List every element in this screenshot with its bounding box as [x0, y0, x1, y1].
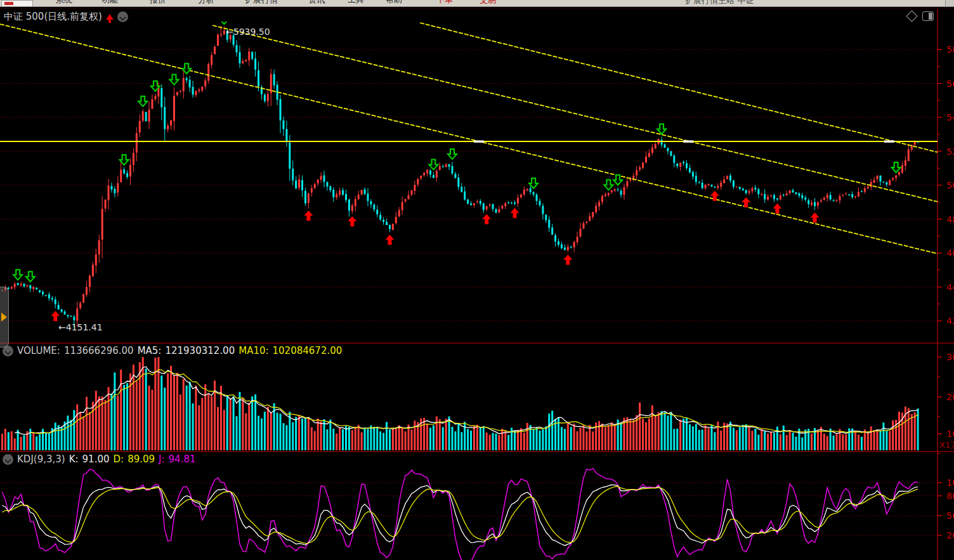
- kdj-j-value: 94.81: [169, 453, 196, 465]
- kdj-d-label: D:: [114, 453, 124, 465]
- kdj-axis-label: 100: [946, 478, 954, 488]
- kdj-k-label: K:: [69, 453, 79, 465]
- ma10-value: 102084672.00: [273, 345, 343, 356]
- volume-label: VOLUME:: [17, 345, 60, 356]
- volume-unit-label: X1万: [939, 440, 954, 450]
- volume-axis-label: 300: [946, 352, 954, 362]
- high-price-annotation: ←5939.50: [226, 27, 270, 37]
- kdj-axis-label: 80: [946, 491, 954, 501]
- low-price-annotation: ←4151.41: [58, 322, 103, 332]
- volume-axis-label: 100: [946, 429, 954, 439]
- kdj-axis-label: 50: [946, 511, 954, 521]
- ma10-label: MA10:: [238, 345, 268, 356]
- price-axis-label: 4400: [946, 282, 954, 292]
- price-axis-label: 5000: [946, 180, 954, 190]
- price-axis-label: 4200: [946, 316, 954, 326]
- price-axis-label: 5800: [946, 44, 954, 55]
- kdj-d-value: 89.09: [127, 453, 155, 465]
- volume-value: 113666296.00: [64, 345, 134, 356]
- panel-layout-icon[interactable]: [922, 11, 934, 21]
- kdj-axis-label: 20: [946, 530, 954, 540]
- stock-app-window: 系统 功能 报价 分析 扩展行情 资讯 工具 帮助 下单 交易 扩展行情主站 中…: [0, 0, 954, 560]
- up-arrow-icon: [106, 14, 114, 20]
- expand-right-icon: [1, 313, 7, 322]
- left-arrow-icon: ←: [58, 322, 66, 332]
- price-axis-label: 5200: [946, 147, 954, 157]
- chart-title: 中证 500(日线.前复权): [4, 11, 102, 23]
- price-axis-label: 5600: [946, 79, 954, 89]
- volume-axis-label: 200: [946, 392, 954, 402]
- kdj-j-label: J:: [159, 453, 164, 465]
- chevron-down-icon[interactable]: [117, 11, 128, 22]
- ma5-value: 121930312.00: [165, 345, 235, 356]
- diamond-icon[interactable]: [906, 10, 917, 22]
- chevron-down-icon[interactable]: [3, 454, 13, 465]
- chart-canvas[interactable]: 5800560054005200500048004600440042003002…: [0, 0, 954, 560]
- kdj-label: KDJ(9,3,3): [17, 453, 65, 465]
- price-axis-label: 4800: [946, 214, 954, 225]
- price-axis-label: 5400: [946, 112, 954, 122]
- price-axis-label: 4600: [946, 248, 954, 258]
- kdj-k-value: 91.00: [82, 453, 110, 465]
- left-sidebar-handle[interactable]: [0, 287, 9, 348]
- ma5-label: MA5:: [138, 345, 162, 356]
- left-arrow-icon: ←: [226, 27, 233, 37]
